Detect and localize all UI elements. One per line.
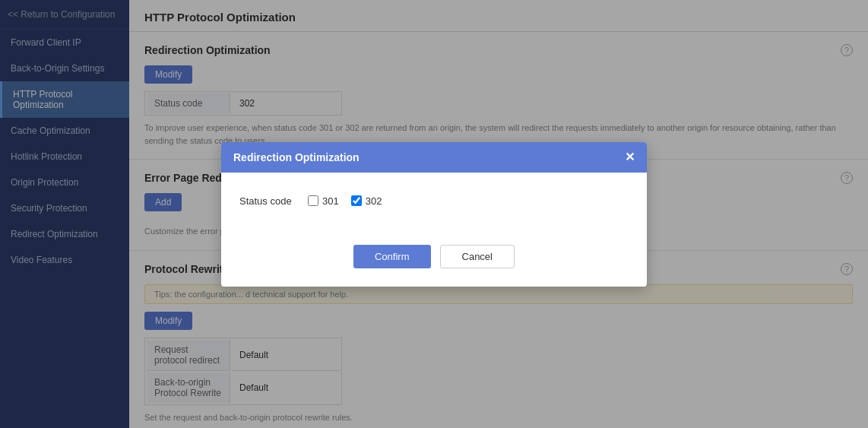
dialog-overlay: Redirection Optimization ✕ Status code 3…	[0, 0, 868, 428]
status-code-row: Status code 301 302	[239, 195, 629, 207]
checkbox-301[interactable]	[308, 195, 318, 206]
dialog-header: Redirection Optimization ✕	[221, 142, 647, 173]
dialog-footer: Confirm Cancel	[221, 237, 647, 287]
checkbox-group: 301 302	[308, 195, 382, 207]
checkbox-301-label: 301	[322, 195, 339, 207]
dialog-title: Redirection Optimization	[233, 151, 360, 163]
dialog-cancel-button[interactable]: Cancel	[440, 245, 515, 268]
redirection-optimization-dialog: Redirection Optimization ✕ Status code 3…	[221, 142, 647, 287]
dialog-status-code-label: Status code	[239, 195, 308, 207]
dialog-confirm-button[interactable]: Confirm	[353, 245, 431, 268]
dialog-close-button[interactable]: ✕	[625, 151, 635, 163]
checkbox-301-item[interactable]: 301	[308, 195, 339, 207]
dialog-body: Status code 301 302	[221, 173, 647, 237]
checkbox-302-item[interactable]: 302	[351, 195, 382, 207]
checkbox-302[interactable]	[351, 195, 362, 206]
checkbox-302-label: 302	[366, 195, 382, 207]
